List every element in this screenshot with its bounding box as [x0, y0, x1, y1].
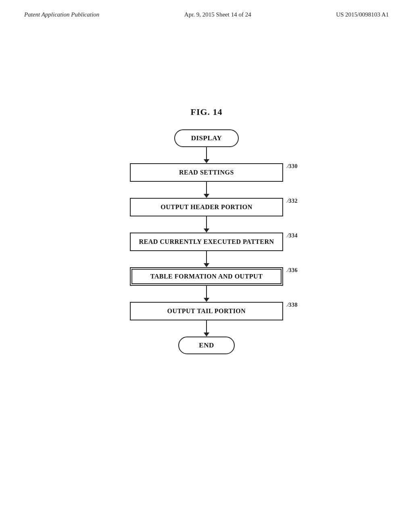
header-left: Patent Application Publication [24, 11, 99, 18]
flowchart-start-node: DISPLAY [174, 129, 239, 147]
arrow-2 [204, 182, 209, 198]
step-330-wrapper: READ SETTINGS ∕330 [130, 163, 283, 182]
step-336-label: ∕336 [288, 267, 298, 274]
header-center: Apr. 9, 2015 Sheet 14 of 24 [184, 11, 251, 18]
page-header: Patent Application Publication Apr. 9, 2… [0, 0, 413, 18]
flowchart-end-node: END [178, 337, 235, 354]
step-336-wrapper: TABLE FORMATION AND OUTPUT ∕336 [130, 267, 283, 286]
arrow-3 [204, 216, 209, 233]
arrow-5 [204, 286, 209, 302]
step-334-wrapper: READ CURRENTLY EXECUTED PATTERN ∕334 [130, 233, 283, 251]
step-338-label: ∕338 [288, 302, 298, 308]
step-338: OUTPUT TAIL PORTION ∕338 [130, 302, 283, 320]
arrow-1 [204, 147, 209, 163]
step-332-wrapper: OUTPUT HEADER PORTION ∕332 [130, 198, 283, 216]
step-336: TABLE FORMATION AND OUTPUT ∕336 [130, 267, 283, 286]
step-338-wrapper: OUTPUT TAIL PORTION ∕338 [130, 302, 283, 320]
step-332: OUTPUT HEADER PORTION ∕332 [130, 198, 283, 216]
step-330: READ SETTINGS ∕330 [130, 163, 283, 182]
header-right: US 2015/0098103 A1 [336, 11, 389, 18]
flowchart: DISPLAY READ SETTINGS ∕330 OUTPUT HEADER… [0, 129, 413, 354]
arrow-6 [204, 320, 209, 337]
step-330-label: ∕330 [288, 163, 298, 170]
step-334-label: ∕334 [288, 233, 298, 239]
arrow-4 [204, 251, 209, 267]
step-334: READ CURRENTLY EXECUTED PATTERN ∕334 [130, 233, 283, 251]
figure-title: FIG. 14 [0, 107, 413, 117]
step-332-label: ∕332 [288, 198, 298, 204]
